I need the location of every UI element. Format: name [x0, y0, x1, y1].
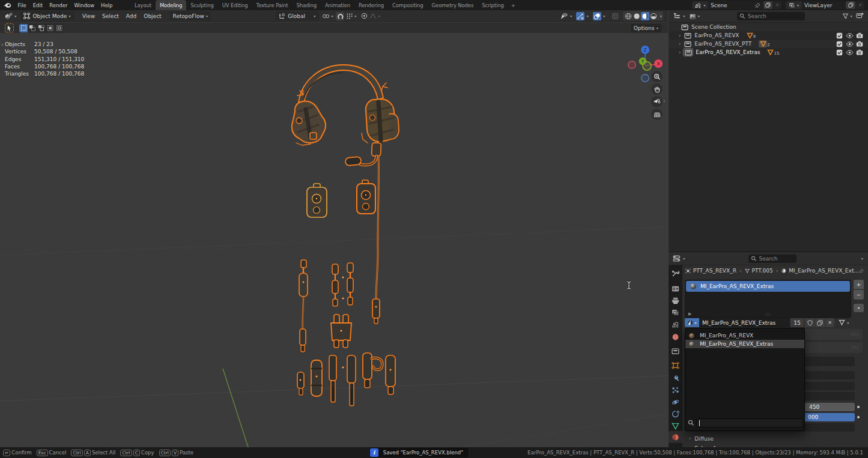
- workspace-tab-modeling[interactable]: Modeling: [156, 0, 186, 10]
- menu-view[interactable]: View: [79, 13, 99, 19]
- outliner-search-input[interactable]: Search: [737, 12, 805, 20]
- active-tool-button[interactable]: [5, 23, 14, 32]
- report-message[interactable]: i Saved "EarPro_AS_REVX.blend": [369, 448, 469, 457]
- panel-grip-icon[interactable]: ⁝⁝⁝⁝: [851, 345, 859, 350]
- snap-target-dropdown[interactable]: ▾: [322, 13, 334, 20]
- breadcrumb-material[interactable]: MI_EarPro_AS_REVX_Ext...: [789, 268, 859, 274]
- editor-type-button[interactable]: ▾: [4, 13, 17, 20]
- popup-search-input[interactable]: [696, 418, 803, 427]
- cable-left[interactable]: [299, 260, 308, 352]
- ptt-unit-right[interactable]: [357, 180, 375, 214]
- menu-edit[interactable]: Edit: [29, 0, 46, 10]
- material-browse-button[interactable]: ▾: [685, 318, 699, 327]
- ptt-unit-left[interactable]: [307, 184, 327, 217]
- camera-visibility-icon[interactable]: [856, 41, 863, 47]
- new-collection-button[interactable]: [856, 12, 864, 20]
- workspace-tab-layout[interactable]: Layout: [130, 0, 156, 10]
- workspace-tab-texture-paint[interactable]: Texture Paint: [252, 0, 293, 10]
- menu-file[interactable]: File: [14, 0, 29, 10]
- select-mode-subtract-button[interactable]: [37, 24, 46, 32]
- checkbox-icon[interactable]: [836, 41, 843, 47]
- toolbar-expand-arrow[interactable]: ›: [1, 41, 4, 47]
- outliner-row-collection[interactable]: › EarPro_AS_REVX_PTT 2: [669, 40, 868, 48]
- workspace-tab-animation[interactable]: Animation: [321, 0, 354, 10]
- hide-eye-icon[interactable]: [846, 41, 854, 47]
- tab-view-layer[interactable]: [669, 307, 682, 319]
- headband[interactable]: [299, 65, 383, 103]
- proportional-falloff-dropdown[interactable]: ▾: [369, 13, 381, 19]
- transform-orientation-dropdown[interactable]: Global ▾: [276, 11, 318, 20]
- tab-scene[interactable]: [669, 319, 682, 331]
- slot-add-button[interactable]: +: [854, 280, 864, 289]
- main-cable[interactable]: [372, 156, 380, 324]
- list-resize-grip[interactable]: ⁝⁝⁝: [765, 312, 771, 317]
- tab-constraints[interactable]: [669, 408, 682, 420]
- list-filter-toggle[interactable]: ▶: [688, 312, 691, 316]
- breadcrumb-mesh[interactable]: PTT.005: [752, 268, 773, 274]
- view-layer-new-button[interactable]: [846, 1, 855, 9]
- fake-user-button[interactable]: [805, 318, 815, 327]
- subpanel-diffuse[interactable]: › Diffuse: [685, 434, 863, 443]
- tab-world[interactable]: [669, 331, 682, 343]
- expand-arrow-icon[interactable]: ›: [679, 41, 681, 47]
- cable-middle-b[interactable]: [347, 263, 353, 305]
- workspace-tab-geometry-nodes[interactable]: Geometry Nodes: [428, 0, 478, 10]
- hide-eye-icon[interactable]: [846, 32, 854, 39]
- perspective-toggle-button[interactable]: [651, 109, 663, 120]
- material-slot-selected[interactable]: MI_EarPro_AS_REVX_Extras: [686, 281, 850, 292]
- snap-mode-dropdown[interactable]: ▾: [346, 13, 357, 19]
- snap-toggle-button[interactable]: [336, 12, 344, 20]
- tab-tool[interactable]: [669, 267, 682, 279]
- splitter[interactable]: [331, 315, 351, 348]
- select-mode-intersect-button[interactable]: [55, 24, 64, 32]
- scene-browse-button[interactable]: ▾: [692, 1, 708, 9]
- cable-middle-a[interactable]: [332, 264, 338, 306]
- view-layer-name-field[interactable]: ViewLayer: [802, 1, 845, 9]
- headset-model[interactable]: [292, 65, 399, 406]
- chevron-down-icon[interactable]: ▾: [861, 256, 863, 260]
- 3d-viewport[interactable]: ▾ Object Mode ▾ View Select Add Object R…: [0, 10, 668, 447]
- tab-object-data[interactable]: [669, 420, 682, 432]
- camera-visibility-icon[interactable]: [856, 32, 863, 38]
- tab-object[interactable]: [669, 360, 682, 372]
- animate-dot-icon[interactable]: [857, 406, 860, 408]
- select-mode-new-button[interactable]: [19, 24, 28, 32]
- outliner-row-collection[interactable]: › EarPro_AS_REVX 9: [669, 31, 868, 40]
- outliner-filter-id-dropdown[interactable]: ▾: [689, 13, 700, 20]
- scene-new-button[interactable]: [763, 1, 772, 9]
- expand-arrow-icon[interactable]: ›: [679, 33, 681, 38]
- workspace-tab-scripting[interactable]: Scripting: [478, 0, 508, 10]
- shading-solid-button[interactable]: [633, 12, 641, 20]
- popup-item-material-hover[interactable]: MI_EarPro_AS_REVX_Extras: [685, 340, 804, 348]
- left-earcup[interactable]: [292, 89, 326, 145]
- material-users-button[interactable]: 15: [791, 318, 804, 327]
- material-name-field[interactable]: MI_EarPro_AS_REVX_Extras: [699, 318, 790, 327]
- menu-render[interactable]: Render: [46, 0, 71, 10]
- pan-button[interactable]: [651, 83, 663, 95]
- outliner-row-scene-collection[interactable]: Scene Collection: [669, 23, 868, 31]
- microphone-boom[interactable]: [345, 143, 381, 166]
- breadcrumb-object[interactable]: PTT_AS_REVX_R: [693, 268, 736, 274]
- menu-window[interactable]: Window: [71, 0, 98, 10]
- shading-material-preview-button[interactable]: [641, 12, 649, 20]
- menu-help[interactable]: Help: [97, 0, 115, 10]
- connector-row[interactable]: [297, 353, 395, 406]
- workspace-tab-rendering[interactable]: Rendering: [354, 0, 388, 10]
- sidebar-collapse-arrow[interactable]: ‹: [663, 98, 666, 104]
- outliner-filter-dropdown[interactable]: ▾: [842, 13, 853, 19]
- tab-particles[interactable]: [669, 384, 682, 396]
- add-workspace-button[interactable]: +: [508, 0, 518, 10]
- tab-material[interactable]: [669, 431, 682, 443]
- object-type-visibility-dropdown[interactable]: ▾: [560, 13, 572, 20]
- display-mode-dropdown[interactable]: ▾: [673, 13, 685, 20]
- shading-wireframe-button[interactable]: [624, 12, 633, 20]
- properties-search-input[interactable]: Search: [748, 255, 797, 263]
- tab-output[interactable]: [669, 295, 682, 307]
- checkbox-icon[interactable]: [836, 49, 843, 56]
- view-layer-browse-button[interactable]: ▾: [786, 1, 802, 9]
- tab-physics[interactable]: [669, 396, 682, 408]
- workspace-tab-shading[interactable]: Shading: [292, 0, 320, 10]
- menu-add[interactable]: Add: [123, 13, 140, 19]
- select-mode-invert-button[interactable]: [46, 24, 55, 32]
- mode-dropdown[interactable]: Object Mode ▾: [20, 11, 74, 20]
